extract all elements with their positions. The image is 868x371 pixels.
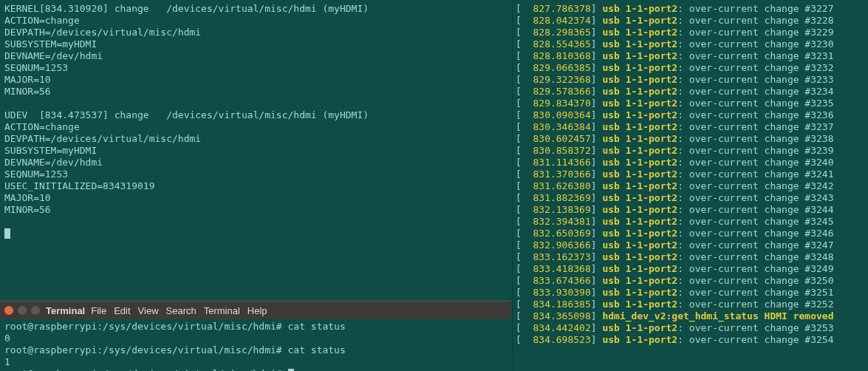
udev-line: DEVPATH=/devices/virtual/misc/hdmi — [4, 27, 507, 38]
dmesg-line-usb: [ 833.162373] usb 1-1-port2: over-curren… — [516, 251, 866, 263]
dmesg-line-usb: [ 832.138369] usb 1-1-port2: over-curren… — [516, 204, 866, 216]
dmesg-line-usb: [ 834.698523] usb 1-1-port2: over-curren… — [516, 334, 866, 346]
terminal-body[interactable]: root@raspberrypi:/sys/devices/virtual/mi… — [0, 319, 511, 371]
close-icon[interactable] — [4, 306, 13, 315]
udev-line: SUBSYSTEM=myHDMI — [4, 145, 507, 157]
menu-item-terminal[interactable]: Terminal — [204, 305, 240, 316]
dmesg-output: [ 827.786378] usb 1-1-port2: over-curren… — [513, 0, 868, 349]
udev-line: MAJOR=10 — [4, 192, 507, 204]
dmesg-line-usb: [ 829.834370] usb 1-1-port2: over-curren… — [516, 98, 866, 109]
udev-line: SEQNUM=1253 — [4, 62, 507, 74]
udev-line — [4, 216, 507, 228]
dmesg-line-usb: [ 828.298365] usb 1-1-port2: over-curren… — [516, 27, 866, 38]
terminal-window: Terminal FileEditViewSearchTerminalHelp … — [0, 301, 511, 371]
udev-line — [4, 98, 507, 109]
dmesg-line-usb: [ 832.650369] usb 1-1-port2: over-curren… — [516, 228, 866, 239]
menu-item-view[interactable]: View — [138, 305, 159, 316]
dmesg-line-usb: [ 833.930390] usb 1-1-port2: over-curren… — [516, 287, 866, 299]
menu-item-search[interactable]: Search — [166, 305, 197, 316]
dmesg-line-usb: [ 833.674366] usb 1-1-port2: over-curren… — [516, 275, 866, 287]
terminal-line: 1 — [4, 356, 507, 368]
udev-line: USEC_INITIALIZED=834319019 — [4, 180, 507, 192]
menubar: FileEditViewSearchTerminalHelp — [91, 305, 274, 316]
udev-line: MINOR=56 — [4, 204, 507, 216]
dmesg-line-usb: [ 830.858372] usb 1-1-port2: over-curren… — [516, 145, 866, 157]
udev-line: MAJOR=10 — [4, 74, 507, 86]
cursor — [4, 228, 507, 239]
dmesg-line-usb: [ 829.578366] usb 1-1-port2: over-curren… — [516, 86, 866, 98]
udev-line: KERNEL[834.310920] change /devices/virtu… — [4, 3, 507, 15]
dmesg-line-usb: [ 830.602457] usb 1-1-port2: over-curren… — [516, 133, 866, 145]
udev-line: DEVNAME=/dev/hdmi — [4, 157, 507, 169]
menu-item-help[interactable]: Help — [247, 305, 267, 316]
terminal-line: root@raspberrypi:/sys/devices/virtual/mi… — [4, 344, 507, 356]
minimize-icon[interactable] — [18, 306, 27, 315]
dmesg-line-usb: [ 829.322368] usb 1-1-port2: over-curren… — [516, 74, 866, 86]
udev-line: DEVNAME=/dev/hdmi — [4, 50, 507, 62]
dmesg-line-usb: [ 834.442402] usb 1-1-port2: over-curren… — [516, 322, 866, 334]
dmesg-line-usb: [ 828.810368] usb 1-1-port2: over-curren… — [516, 50, 866, 62]
dmesg-pane[interactable]: [ 827.786378] usb 1-1-port2: over-curren… — [512, 0, 868, 371]
titlebar[interactable]: Terminal FileEditViewSearchTerminalHelp — [0, 301, 511, 319]
terminal-line: 0 — [4, 333, 507, 344]
menu-item-file[interactable]: File — [91, 305, 106, 316]
left-column: KERNEL[834.310920] change /devices/virtu… — [0, 0, 511, 371]
dmesg-line-usb: [ 832.394381] usb 1-1-port2: over-curren… — [516, 216, 866, 228]
dmesg-line-usb: [ 831.370366] usb 1-1-port2: over-curren… — [516, 169, 866, 180]
dmesg-line-usb: [ 834.186385] usb 1-1-port2: over-curren… — [516, 299, 866, 310]
udev-line: SEQNUM=1253 — [4, 169, 507, 180]
maximize-icon[interactable] — [31, 306, 40, 315]
dmesg-line-usb: [ 830.346384] usb 1-1-port2: over-curren… — [516, 121, 866, 133]
udev-line: DEVPATH=/devices/virtual/misc/hdmi — [4, 133, 507, 145]
dmesg-line-usb: [ 831.626380] usb 1-1-port2: over-curren… — [516, 180, 866, 192]
udev-line: ACTION=change — [4, 15, 507, 27]
udev-line: UDEV [834.473537] change /devices/virtua… — [4, 109, 507, 121]
dmesg-line-hdmi: [ 834.365098] hdmi_dev_v2:get_hdmi_statu… — [516, 310, 866, 322]
window-title: Terminal — [46, 305, 85, 316]
udev-line: MINOR=56 — [4, 86, 507, 98]
udev-line: SUBSYSTEM=myHDMI — [4, 38, 507, 50]
terminal-line: root@raspberrypi:/sys/devices/virtual/mi… — [4, 368, 507, 371]
dmesg-line-usb: [ 830.090364] usb 1-1-port2: over-curren… — [516, 109, 866, 121]
udev-monitor-output[interactable]: KERNEL[834.310920] change /devices/virtu… — [0, 0, 511, 242]
window-buttons — [4, 306, 40, 315]
dmesg-line-usb: [ 832.906366] usb 1-1-port2: over-curren… — [516, 239, 866, 251]
udev-line: ACTION=change — [4, 121, 507, 133]
dmesg-line-usb: [ 833.418368] usb 1-1-port2: over-curren… — [516, 263, 866, 275]
dmesg-line-usb: [ 828.554365] usb 1-1-port2: over-curren… — [516, 38, 866, 50]
dmesg-line-usb: [ 829.066385] usb 1-1-port2: over-curren… — [516, 62, 866, 74]
menu-item-edit[interactable]: Edit — [114, 305, 130, 316]
dmesg-line-usb: [ 828.042374] usb 1-1-port2: over-curren… — [516, 15, 866, 27]
dmesg-line-usb: [ 831.114366] usb 1-1-port2: over-curren… — [516, 157, 866, 169]
dmesg-line-usb: [ 827.786378] usb 1-1-port2: over-curren… — [516, 3, 866, 15]
dmesg-line-usb: [ 831.882369] usb 1-1-port2: over-curren… — [516, 192, 866, 204]
terminal-line: root@raspberrypi:/sys/devices/virtual/mi… — [4, 321, 507, 333]
